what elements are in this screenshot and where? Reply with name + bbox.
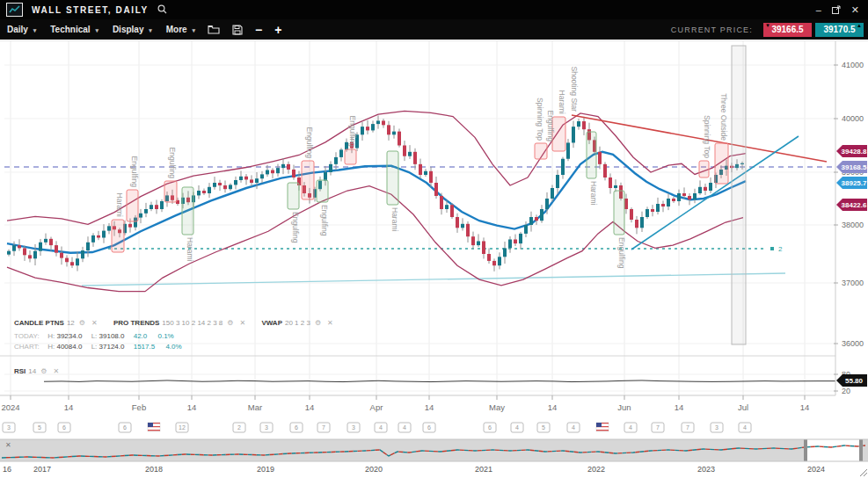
event-badge[interactable]: 4	[375, 423, 387, 432]
svg-text:Feb: Feb	[132, 402, 146, 412]
today-stats-row: TODAY: H: 39234.0 L: 39108.0 42.0 0.1%	[14, 332, 183, 340]
highlight-region[interactable]	[732, 46, 746, 344]
event-badge[interactable]: 4	[511, 423, 523, 432]
svg-text:4: 4	[629, 424, 632, 431]
svg-text:37000: 37000	[842, 279, 864, 287]
event-badge[interactable]: 4	[739, 423, 751, 432]
open-folder-icon[interactable]	[208, 25, 220, 34]
pattern-label: Harami	[186, 237, 194, 262]
svg-text:14: 14	[800, 402, 810, 412]
gear-icon[interactable]: ⚙	[315, 319, 321, 327]
navigator-year-label: 2017	[33, 465, 51, 474]
menu-display[interactable]: Display ▾	[113, 25, 152, 34]
pattern-box-red	[345, 149, 356, 164]
chart-title: WALL STREET, DAILY	[32, 5, 149, 15]
close-icon[interactable]: ✕	[91, 319, 98, 327]
pattern-box-red	[535, 143, 547, 159]
us-flag-icon[interactable]	[596, 423, 609, 431]
ask-tick-icon: ▲	[857, 23, 862, 28]
indicator-vwap: VWAP20 1 2 3⚙✕	[261, 319, 334, 327]
svg-text:Apr: Apr	[370, 402, 383, 412]
svg-text:36000: 36000	[842, 339, 864, 348]
svg-text:Jun: Jun	[617, 402, 631, 412]
svg-text:5: 5	[38, 424, 41, 431]
title-bar: WALL STREET, DAILY – ✕	[0, 0, 868, 19]
event-badge[interactable]: 6	[484, 423, 496, 432]
minimize-button[interactable]: –	[816, 5, 821, 14]
navigator-selection-window[interactable]	[806, 439, 861, 461]
event-badge[interactable]: 12	[176, 423, 188, 432]
navigator-right-handle[interactable]	[859, 439, 863, 461]
menu-more[interactable]: More ▾	[166, 25, 195, 34]
svg-text:14: 14	[64, 402, 74, 412]
event-badge[interactable]: 5	[537, 423, 550, 432]
navigator: ✕1620172018201920202021202220232024	[0, 439, 868, 476]
pattern-box-red	[112, 220, 124, 252]
pattern-label: Three Outside	[719, 93, 728, 141]
event-badge[interactable]: 4	[398, 423, 411, 432]
svg-text:4: 4	[515, 424, 519, 431]
resize-grip-icon[interactable]	[860, 469, 867, 476]
event-badge[interactable]: 6	[119, 423, 131, 432]
navigator-year-label: 16	[3, 465, 11, 474]
event-badge[interactable]: 7	[317, 423, 330, 432]
navigator-left-handle[interactable]	[804, 439, 807, 461]
app-logo-icon	[6, 3, 23, 17]
event-badge[interactable]: 2	[233, 423, 245, 432]
event-badge[interactable]: 7	[652, 423, 664, 432]
pattern-label: Engulfing	[305, 127, 314, 159]
pattern-box-green	[587, 132, 596, 178]
gear-icon[interactable]: ⚙	[40, 367, 47, 375]
gear-icon[interactable]: ⚙	[227, 319, 233, 327]
close-icon[interactable]: ✕	[327, 319, 333, 327]
event-badge[interactable]: 3	[3, 423, 15, 432]
rsi-legend: RSI14⚙✕	[14, 367, 61, 375]
close-button[interactable]: ✕	[851, 5, 859, 14]
event-badge[interactable]: 6	[290, 423, 303, 432]
pattern-box-red	[164, 181, 177, 202]
event-badge[interactable]: 7	[682, 423, 694, 432]
event-badge[interactable]: 4	[567, 423, 580, 432]
price-badge: 38422.6	[836, 199, 867, 211]
rsi-line	[44, 380, 835, 382]
search-icon[interactable]	[157, 2, 167, 18]
pattern-label: Engulfing	[617, 237, 626, 269]
menu-technical[interactable]: Technical ▾	[50, 25, 98, 34]
event-badge[interactable]: 3	[260, 423, 273, 432]
svg-text:38000: 38000	[842, 221, 864, 229]
chart-canvas: 2HaramiEngulfingEngulfingHaramiEngulfing…	[0, 0, 868, 478]
svg-text:55.80: 55.80	[845, 377, 864, 385]
event-badge[interactable]: 5	[33, 423, 46, 432]
pattern-box-green	[614, 191, 624, 235]
pattern-box-green	[387, 151, 398, 205]
us-flag-icon[interactable]	[148, 423, 160, 431]
event-badge[interactable]: 6	[58, 423, 70, 432]
menu-bar: Daily ▾Technical ▾Display ▾More ▾	[7, 25, 195, 34]
svg-text:3: 3	[352, 424, 355, 431]
indicator-candle-ptns: CANDLE PTNS12⚙✕	[14, 319, 101, 327]
event-badge[interactable]: 3	[711, 423, 723, 432]
event-badge[interactable]: 4	[624, 423, 637, 432]
navigator-close-icon[interactable]: ✕	[5, 441, 11, 449]
menu-daily[interactable]: Daily ▾	[7, 25, 36, 34]
gear-icon[interactable]: ⚙	[79, 319, 85, 327]
zoom-in-button[interactable]: +	[274, 25, 281, 35]
price-badge: 38925.7	[836, 177, 867, 189]
pattern-box-red	[302, 161, 314, 199]
navigator-year-label: 2020	[365, 465, 383, 474]
close-icon[interactable]: ✕	[239, 319, 245, 327]
svg-text:6: 6	[488, 424, 492, 431]
svg-text:7: 7	[686, 424, 689, 431]
bid-price-badge: ▼ 39166.5	[763, 23, 812, 37]
event-badge[interactable]: 3	[347, 423, 360, 432]
svg-text:40000: 40000	[842, 114, 864, 123]
close-icon[interactable]: ✕	[53, 367, 59, 375]
zoom-out-button[interactable]: −	[255, 25, 262, 35]
current-price-area: CURRENT PRICE: ▼ 39166.5 ▲ 39170.5	[671, 23, 864, 37]
trading-app-window: 2HaramiEngulfingEngulfingHaramiEngulfing…	[0, 0, 868, 478]
event-badge[interactable]: 6	[423, 423, 435, 432]
popout-button[interactable]	[832, 5, 841, 15]
svg-text:14: 14	[548, 402, 558, 412]
svg-text:4: 4	[379, 424, 383, 431]
save-icon[interactable]	[232, 25, 243, 35]
